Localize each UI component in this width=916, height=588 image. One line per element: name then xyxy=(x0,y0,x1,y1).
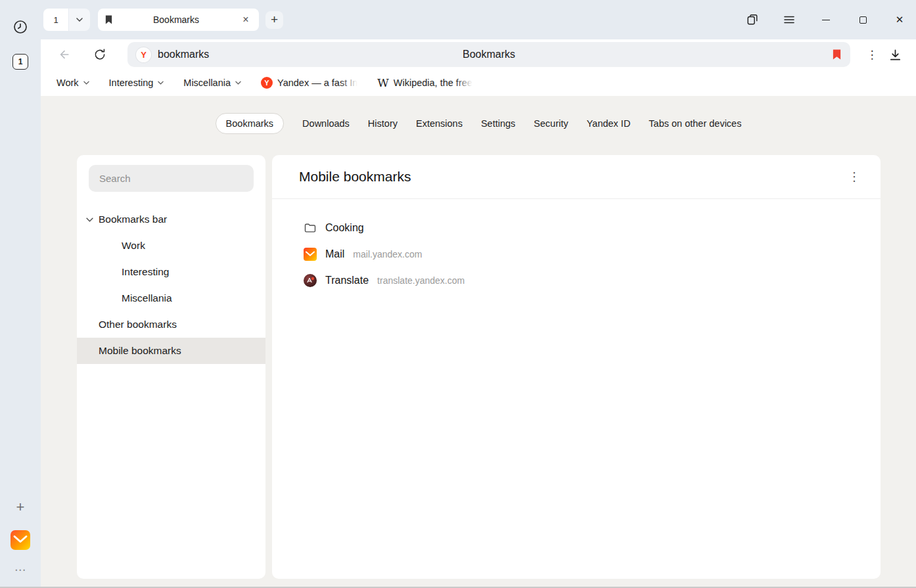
folders-panel: Bookmarks bar Work Interesting Miscellan… xyxy=(77,155,265,579)
bookmarks-content-card: Mobile bookmarks ⋮ Cooking xyxy=(272,155,881,579)
chevron-down-icon xyxy=(76,18,83,22)
folder-tree: Bookmarks bar Work Interesting Miscellan… xyxy=(77,206,265,364)
rail-tab-counter-label: 1 xyxy=(18,57,23,66)
tree-item-mobile-bookmarks[interactable]: Mobile bookmarks xyxy=(77,338,265,364)
tab-bookmarks[interactable]: Bookmarks xyxy=(216,113,285,134)
yandex-mail-icon xyxy=(304,248,317,261)
bookmarks-bar-link-wikipedia[interactable]: W Wikipedia, the free xyxy=(377,78,472,89)
bookmark-name: Mail xyxy=(325,248,344,260)
content-title: Mobile bookmarks xyxy=(299,169,411,185)
tab-settings[interactable]: Settings xyxy=(481,114,515,133)
link-label: Wikipedia, the free xyxy=(394,78,472,88)
refresh-icon xyxy=(93,48,106,61)
bookmarks-bar: Work Interesting Miscellania Y Yandex — … xyxy=(41,70,916,96)
yandex-favicon-icon: Y xyxy=(136,47,151,62)
tree-item-interesting[interactable]: Interesting xyxy=(77,259,265,285)
tree-item-bookmarks-bar[interactable]: Bookmarks bar xyxy=(77,206,265,233)
bookmark-list: Cooking M xyxy=(272,199,881,294)
rail-tab-counter[interactable]: 1 xyxy=(12,54,28,70)
tab-history[interactable]: History xyxy=(368,114,398,133)
tab-security[interactable]: Security xyxy=(534,114,568,133)
bookmarks-manager-page: Bookmarks Downloads History Extensions S… xyxy=(41,96,916,588)
tree-item-label: Miscellania xyxy=(122,292,172,304)
folder-label: Interesting xyxy=(109,78,154,88)
bookmark-name: Translate xyxy=(325,275,369,286)
tree-item-label: Mobile bookmarks xyxy=(99,345,181,357)
bookmark-flag-icon[interactable] xyxy=(832,49,842,60)
search-input[interactable] xyxy=(89,165,254,192)
side-rail: 1 + ⋯ xyxy=(0,0,41,588)
bookmark-url: mail.yandex.com xyxy=(353,249,422,260)
rail-more-icon[interactable]: ⋯ xyxy=(14,563,26,576)
cards-row: Bookmarks bar Work Interesting Miscellan… xyxy=(77,155,881,579)
folder-label: Work xyxy=(57,78,79,88)
bookmarks-bar-folder-work[interactable]: Work xyxy=(57,78,89,88)
tree-item-label: Other bookmarks xyxy=(99,319,177,330)
clock-icon[interactable] xyxy=(12,18,29,35)
tab-close-icon[interactable]: × xyxy=(239,14,252,26)
tab-downloads[interactable]: Downloads xyxy=(302,114,350,133)
tab-panels-icon[interactable] xyxy=(746,14,758,26)
tab-strip: 1 Bookmarks × + ✕ xyxy=(41,0,916,39)
manager-nav-tabs: Bookmarks Downloads History Extensions S… xyxy=(41,113,916,134)
browser-chrome: 1 Bookmarks × + ✕ xyxy=(41,0,916,588)
bookmarks-bar-folder-miscellania[interactable]: Miscellania xyxy=(183,78,241,88)
close-window-button[interactable]: ✕ xyxy=(894,14,905,26)
tree-item-label: Work xyxy=(122,240,145,252)
address-input-value[interactable]: bookmarks xyxy=(158,49,209,60)
address-more-icon[interactable]: ⋮ xyxy=(865,48,879,62)
list-item-cooking[interactable]: Cooking xyxy=(304,215,881,241)
minimize-icon xyxy=(822,20,830,20)
active-tab[interactable]: Bookmarks × xyxy=(98,9,259,31)
yandex-icon: Y xyxy=(261,77,273,89)
tab-group-dropdown[interactable] xyxy=(69,9,90,31)
tab-group-count[interactable]: 1 xyxy=(43,9,68,31)
bookmark-name: Cooking xyxy=(325,222,364,234)
tree-item-label: Bookmarks bar xyxy=(99,214,167,225)
downloads-icon[interactable] xyxy=(886,45,904,64)
tab-other-devices[interactable]: Tabs on other devices xyxy=(649,114,741,133)
folder-label: Miscellania xyxy=(183,78,231,88)
list-item-translate[interactable]: Translate translate.yandex.com xyxy=(304,267,881,294)
refresh-button[interactable] xyxy=(91,45,109,64)
tree-item-label: Interesting xyxy=(122,266,169,278)
window-controls: ✕ xyxy=(746,14,905,26)
bookmarks-bar-link-yandex[interactable]: Y Yandex — a fast In xyxy=(261,77,357,89)
chevron-down-icon xyxy=(235,81,241,85)
tree-item-work[interactable]: Work xyxy=(77,233,265,259)
maximize-icon xyxy=(859,16,867,24)
back-arrow-icon xyxy=(58,48,71,61)
list-item-mail[interactable]: Mail mail.yandex.com xyxy=(304,241,881,267)
chevron-down-icon xyxy=(158,81,164,85)
content-header: Mobile bookmarks ⋮ xyxy=(272,155,881,199)
minimize-button[interactable] xyxy=(820,14,832,26)
back-button[interactable] xyxy=(55,45,74,64)
menu-icon[interactable] xyxy=(783,14,795,26)
tab-group-button[interactable]: 1 xyxy=(43,9,90,31)
yandex-favicon-letter: Y xyxy=(141,50,147,60)
tree-item-other-bookmarks[interactable]: Other bookmarks xyxy=(77,311,265,338)
wikipedia-icon: W xyxy=(377,78,388,89)
folder-icon xyxy=(304,221,317,235)
bookmark-url: translate.yandex.com xyxy=(377,275,465,286)
bookmark-favicon-icon xyxy=(104,14,113,25)
yandex-translate-icon xyxy=(304,274,317,287)
link-label: Yandex — a fast In xyxy=(277,78,357,88)
chevron-down-icon xyxy=(83,81,89,85)
tab-title: Bookmarks xyxy=(113,14,239,25)
yandex-mail-app-icon[interactable] xyxy=(11,530,30,550)
bookmarks-bar-folder-interesting[interactable]: Interesting xyxy=(109,78,164,88)
maximize-button[interactable] xyxy=(857,14,869,26)
address-page-title: Bookmarks xyxy=(127,49,850,60)
rail-add-icon[interactable]: + xyxy=(12,500,28,516)
tab-extensions[interactable]: Extensions xyxy=(416,114,463,133)
tree-item-miscellania[interactable]: Miscellania xyxy=(77,285,265,311)
content-more-icon[interactable]: ⋮ xyxy=(846,170,862,184)
tab-yandex-id[interactable]: Yandex ID xyxy=(587,114,631,133)
chevron-down-icon[interactable] xyxy=(86,217,93,222)
address-bar[interactable]: Bookmarks Y bookmarks xyxy=(127,42,850,67)
new-tab-button[interactable]: + xyxy=(265,11,283,29)
toolbar: Bookmarks Y bookmarks ⋮ xyxy=(41,39,916,70)
